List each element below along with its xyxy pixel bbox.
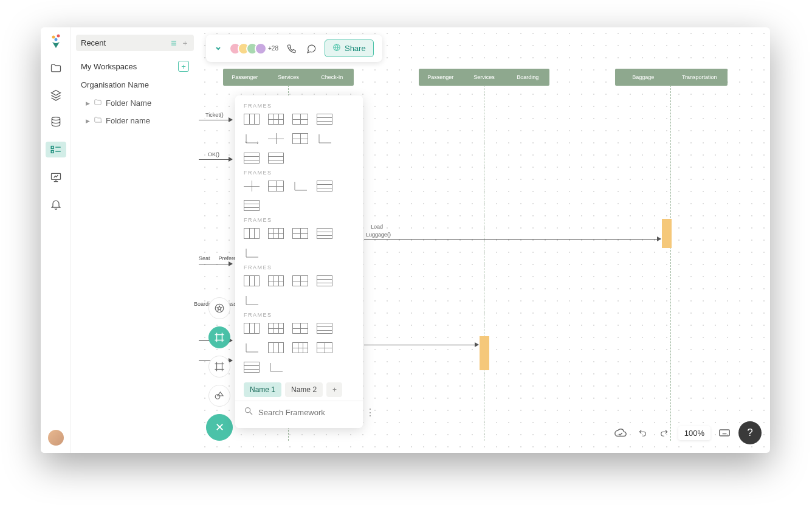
frame-thumb[interactable] [292, 228, 308, 239]
zoom-level[interactable]: 100% [678, 426, 710, 440]
avatar [255, 43, 267, 55]
frame-thumb[interactable] [244, 342, 260, 353]
frame-thumb[interactable] [244, 153, 260, 164]
frame-thumb[interactable] [268, 114, 284, 125]
frame-thumb[interactable] [317, 133, 332, 144]
frame-thumb[interactable] [317, 323, 332, 334]
frame-thumb[interactable] [268, 275, 284, 286]
lines-icon[interactable] [170, 39, 178, 47]
frame-thumb[interactable] [244, 247, 260, 258]
frame-thumb[interactable] [317, 181, 332, 191]
swimlane-group-3[interactable]: Baggage Transportation [615, 69, 728, 86]
chevron-down-icon[interactable] [215, 43, 222, 54]
frame-thumb[interactable] [268, 323, 284, 334]
frame-thumb[interactable] [268, 153, 284, 164]
frame-thumb[interactable] [317, 114, 332, 125]
share-button[interactable]: Share [325, 40, 374, 57]
frames-panel: FRAMES FRAMES [235, 95, 363, 428]
frame-thumb[interactable] [292, 275, 308, 286]
caret-right-icon: ▶ [86, 118, 90, 124]
frame-thumb[interactable] [292, 323, 308, 334]
frame-thumb[interactable] [317, 342, 332, 353]
cloud-icon[interactable] [613, 425, 628, 441]
swimlane-col: Passenger [223, 74, 267, 80]
frame-thumb[interactable] [317, 228, 332, 239]
frame-thumb[interactable] [244, 114, 260, 125]
swimlane-col: Services [267, 74, 311, 80]
folder-label: Folder Name [106, 98, 151, 108]
keyboard-icon[interactable] [717, 425, 732, 441]
frame-thumb[interactable] [244, 200, 260, 211]
folder-row[interactable]: ▶ Folder Name [76, 94, 194, 112]
collaborator-avatars[interactable]: +28 [229, 43, 278, 55]
close-tool-button[interactable]: ✕ [206, 414, 233, 441]
frame-thumb[interactable] [268, 133, 284, 144]
interaction-label: Luggage() [364, 231, 393, 238]
frame-tool-button[interactable] [208, 326, 230, 348]
frame-thumb[interactable] [244, 295, 260, 306]
frames-search-row: ⋮ [235, 401, 363, 423]
frame-thumb[interactable] [244, 181, 260, 191]
frame-thumb[interactable] [268, 228, 284, 239]
frame-thumb[interactable] [268, 181, 284, 191]
frame-thumb[interactable] [292, 342, 308, 353]
frames-section: FRAMES [235, 217, 363, 264]
recent-label: Recent [81, 38, 106, 47]
chat-icon[interactable] [305, 43, 317, 55]
frames-search-input[interactable] [258, 408, 360, 417]
frames-tab-add[interactable]: + [326, 382, 342, 397]
recent-row[interactable]: Recent ＋ [76, 35, 194, 51]
arrow [364, 239, 661, 240]
share-label: Share [345, 44, 366, 53]
frame-thumb[interactable] [317, 275, 332, 286]
nav-panel: Recent ＋ My Workspaces + Organisation Na… [71, 27, 199, 453]
org-name[interactable]: Organisation Name [76, 75, 194, 94]
frames-tab[interactable]: Name 2 [285, 382, 323, 397]
user-avatar[interactable] [48, 430, 64, 446]
frame-thumb[interactable] [292, 114, 308, 125]
swimlane-group-1[interactable]: Passenger Services Check-In [223, 69, 354, 86]
redo-icon[interactable] [656, 425, 672, 441]
bell-icon[interactable] [49, 198, 63, 211]
swimlane-col: Baggage [615, 74, 672, 80]
svg-rect-4 [51, 147, 53, 149]
frame-thumb[interactable] [244, 323, 260, 334]
swimlane-group-2[interactable]: Passenger Services Boarding [419, 69, 549, 86]
svg-point-23 [246, 408, 250, 413]
svg-point-3 [52, 117, 60, 120]
frame-thumb[interactable] [268, 342, 284, 353]
frame-thumb[interactable] [244, 133, 260, 144]
more-vertical-icon[interactable]: ⋮ [365, 407, 375, 418]
frames-tab[interactable]: Name 1 [244, 382, 281, 397]
phone-icon[interactable] [286, 43, 298, 55]
app-shell: Recent ＋ My Workspaces + Organisation Na… [41, 27, 770, 453]
frame-thumb[interactable] [244, 362, 260, 373]
frame-thumb[interactable] [292, 181, 308, 191]
activation-bar [480, 336, 489, 370]
database-icon[interactable] [49, 115, 63, 128]
add-workspace-button[interactable]: + [178, 61, 189, 72]
swimlane-col: Services [463, 74, 506, 80]
help-button[interactable]: ? [738, 421, 762, 444]
canvas[interactable]: +28 Share Passenger Services Check-In Pa… [199, 27, 770, 453]
undo-icon[interactable] [635, 425, 650, 441]
shapes-tool-button[interactable] [208, 385, 230, 407]
folder-nav-icon[interactable] [49, 61, 63, 75]
workspaces-row[interactable]: My Workspaces + [76, 57, 194, 75]
layers-icon[interactable] [49, 88, 63, 102]
folder-row[interactable]: ▶ Folder name [76, 112, 194, 129]
presentation-icon[interactable] [49, 171, 63, 184]
frame-thumb[interactable] [292, 133, 308, 144]
lifeline [670, 85, 671, 441]
grid-tool-button[interactable] [208, 356, 230, 378]
frame-thumb[interactable] [268, 362, 284, 373]
star-tool-button[interactable] [208, 297, 230, 319]
logo-icon [50, 33, 62, 48]
list-icon[interactable] [46, 142, 66, 157]
frames-section: FRAMES [235, 264, 363, 312]
plus-icon[interactable]: ＋ [181, 39, 189, 47]
frame-thumb[interactable] [244, 275, 260, 286]
frame-thumb[interactable] [244, 228, 260, 239]
section-title: FRAMES [244, 170, 354, 176]
swimlane-col: Passenger [419, 74, 463, 80]
